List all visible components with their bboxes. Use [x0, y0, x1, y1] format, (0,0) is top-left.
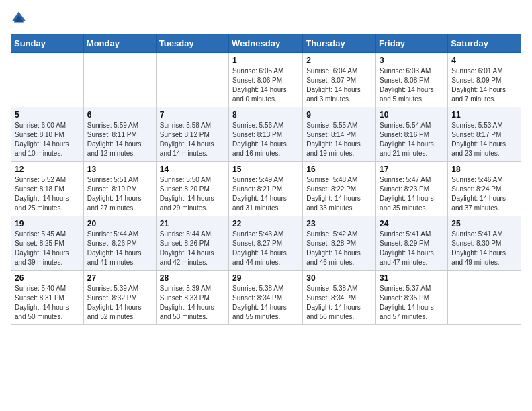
day-info: Sunrise: 5:47 AMSunset: 8:23 PMDaylight:… — [380, 175, 444, 213]
calendar-cell: 30Sunrise: 5:38 AMSunset: 8:34 PMDayligh… — [303, 271, 376, 325]
day-number: 19 — [15, 219, 80, 228]
calendar-cell — [83, 53, 156, 107]
calendar-cell: 4Sunrise: 6:01 AMSunset: 8:09 PMDaylight… — [448, 53, 521, 107]
calendar-cell: 28Sunrise: 5:39 AMSunset: 8:33 PMDayligh… — [156, 271, 228, 325]
calendar-cell: 7Sunrise: 5:58 AMSunset: 8:12 PMDaylight… — [156, 107, 228, 162]
day-info: Sunrise: 5:52 AMSunset: 8:18 PMDaylight:… — [15, 175, 80, 213]
day-info: Sunrise: 5:37 AMSunset: 8:35 PMDaylight:… — [380, 284, 444, 322]
day-info: Sunrise: 6:04 AMSunset: 8:07 PMDaylight:… — [306, 66, 372, 104]
day-info: Sunrise: 5:53 AMSunset: 8:17 PMDaylight:… — [451, 121, 517, 158]
calendar-cell: 11Sunrise: 5:53 AMSunset: 8:17 PMDayligh… — [448, 107, 521, 162]
day-info: Sunrise: 5:59 AMSunset: 8:11 PMDaylight:… — [87, 121, 152, 158]
day-number: 12 — [15, 165, 80, 174]
calendar-cell: 10Sunrise: 5:54 AMSunset: 8:16 PMDayligh… — [376, 107, 448, 162]
day-info: Sunrise: 5:50 AMSunset: 8:20 PMDaylight:… — [160, 175, 225, 213]
day-info: Sunrise: 5:40 AMSunset: 8:31 PMDaylight:… — [15, 284, 80, 322]
calendar-cell: 5Sunrise: 6:00 AMSunset: 8:10 PMDaylight… — [11, 107, 84, 162]
calendar-cell: 8Sunrise: 5:56 AMSunset: 8:13 PMDaylight… — [229, 107, 303, 162]
day-info: Sunrise: 5:44 AMSunset: 8:26 PMDaylight:… — [160, 230, 225, 267]
day-number: 22 — [232, 219, 299, 228]
day-info: Sunrise: 5:41 AMSunset: 8:29 PMDaylight:… — [380, 230, 444, 267]
calendar-cell: 20Sunrise: 5:44 AMSunset: 8:26 PMDayligh… — [83, 216, 156, 271]
calendar-cell: 23Sunrise: 5:42 AMSunset: 8:28 PMDayligh… — [303, 216, 376, 271]
calendar-cell: 2Sunrise: 6:04 AMSunset: 8:07 PMDaylight… — [303, 53, 376, 107]
calendar-cell — [448, 271, 521, 325]
day-info: Sunrise: 5:48 AMSunset: 8:22 PMDaylight:… — [306, 175, 372, 213]
day-number: 11 — [451, 110, 517, 120]
day-info: Sunrise: 5:39 AMSunset: 8:32 PMDaylight:… — [87, 284, 152, 322]
day-number: 20 — [87, 219, 152, 228]
day-number: 29 — [232, 273, 299, 283]
day-info: Sunrise: 6:01 AMSunset: 8:09 PMDaylight:… — [451, 66, 517, 104]
calendar-week-4: 19Sunrise: 5:45 AMSunset: 8:25 PMDayligh… — [11, 216, 521, 271]
calendar-cell: 9Sunrise: 5:55 AMSunset: 8:14 PMDaylight… — [303, 107, 376, 162]
day-number: 3 — [380, 56, 444, 65]
day-info: Sunrise: 6:05 AMSunset: 8:06 PMDaylight:… — [232, 66, 299, 104]
calendar-week-2: 5Sunrise: 6:00 AMSunset: 8:10 PMDaylight… — [11, 107, 521, 162]
day-info: Sunrise: 5:54 AMSunset: 8:16 PMDaylight:… — [380, 121, 444, 158]
calendar-cell: 3Sunrise: 6:03 AMSunset: 8:08 PMDaylight… — [376, 53, 448, 107]
calendar-week-5: 26Sunrise: 5:40 AMSunset: 8:31 PMDayligh… — [11, 271, 521, 325]
calendar-cell: 15Sunrise: 5:49 AMSunset: 8:21 PMDayligh… — [229, 162, 303, 216]
calendar-cell: 13Sunrise: 5:51 AMSunset: 8:19 PMDayligh… — [83, 162, 156, 216]
day-number: 27 — [87, 273, 152, 283]
day-number: 23 — [306, 219, 372, 228]
day-info: Sunrise: 5:51 AMSunset: 8:19 PMDaylight:… — [87, 175, 152, 213]
calendar-cell: 16Sunrise: 5:48 AMSunset: 8:22 PMDayligh… — [303, 162, 376, 216]
day-number: 7 — [160, 110, 225, 120]
calendar-week-3: 12Sunrise: 5:52 AMSunset: 8:18 PMDayligh… — [11, 162, 521, 216]
calendar-cell: 24Sunrise: 5:41 AMSunset: 8:29 PMDayligh… — [376, 216, 448, 271]
day-info: Sunrise: 5:38 AMSunset: 8:34 PMDaylight:… — [232, 284, 299, 322]
calendar-cell: 29Sunrise: 5:38 AMSunset: 8:34 PMDayligh… — [229, 271, 303, 325]
calendar-header-thursday: Thursday — [303, 34, 376, 53]
day-number: 17 — [380, 165, 444, 174]
calendar-cell: 21Sunrise: 5:44 AMSunset: 8:26 PMDayligh… — [156, 216, 228, 271]
day-info: Sunrise: 5:38 AMSunset: 8:34 PMDaylight:… — [306, 284, 372, 322]
day-number: 25 — [451, 219, 517, 228]
logo-icon — [11, 11, 27, 27]
calendar-cell: 26Sunrise: 5:40 AMSunset: 8:31 PMDayligh… — [11, 271, 84, 325]
day-info: Sunrise: 5:55 AMSunset: 8:14 PMDaylight:… — [306, 121, 372, 158]
calendar-header-tuesday: Tuesday — [156, 34, 228, 53]
day-number: 28 — [160, 273, 225, 283]
day-info: Sunrise: 5:45 AMSunset: 8:25 PMDaylight:… — [15, 230, 80, 267]
day-number: 26 — [15, 273, 80, 283]
calendar-header-friday: Friday — [376, 34, 448, 53]
day-info: Sunrise: 5:39 AMSunset: 8:33 PMDaylight:… — [160, 284, 225, 322]
day-number: 14 — [160, 165, 225, 174]
day-number: 15 — [232, 165, 299, 174]
day-number: 13 — [87, 165, 152, 174]
calendar-cell: 17Sunrise: 5:47 AMSunset: 8:23 PMDayligh… — [376, 162, 448, 216]
day-number: 16 — [306, 165, 372, 174]
calendar-header-saturday: Saturday — [448, 34, 521, 53]
calendar-header-monday: Monday — [83, 34, 156, 53]
calendar-cell: 31Sunrise: 5:37 AMSunset: 8:35 PMDayligh… — [376, 271, 448, 325]
day-info: Sunrise: 5:43 AMSunset: 8:27 PMDaylight:… — [232, 230, 299, 267]
day-info: Sunrise: 5:56 AMSunset: 8:13 PMDaylight:… — [232, 121, 299, 158]
calendar-cell: 14Sunrise: 5:50 AMSunset: 8:20 PMDayligh… — [156, 162, 228, 216]
calendar-cell — [11, 53, 84, 107]
calendar-cell: 18Sunrise: 5:46 AMSunset: 8:24 PMDayligh… — [448, 162, 521, 216]
day-number: 6 — [87, 110, 152, 120]
day-number: 9 — [306, 110, 372, 120]
logo — [11, 11, 30, 27]
calendar-header-sunday: Sunday — [11, 34, 84, 53]
calendar-cell: 19Sunrise: 5:45 AMSunset: 8:25 PMDayligh… — [11, 216, 84, 271]
calendar-table: SundayMondayTuesdayWednesdayThursdayFrid… — [11, 34, 521, 325]
day-info: Sunrise: 6:03 AMSunset: 8:08 PMDaylight:… — [380, 66, 444, 104]
day-number: 21 — [160, 219, 225, 228]
day-number: 30 — [306, 273, 372, 283]
day-info: Sunrise: 5:42 AMSunset: 8:28 PMDaylight:… — [306, 230, 372, 267]
day-number: 31 — [380, 273, 444, 283]
calendar-cell: 12Sunrise: 5:52 AMSunset: 8:18 PMDayligh… — [11, 162, 84, 216]
day-number: 1 — [232, 56, 299, 65]
calendar-cell: 25Sunrise: 5:41 AMSunset: 8:30 PMDayligh… — [448, 216, 521, 271]
calendar-cell: 1Sunrise: 6:05 AMSunset: 8:06 PMDaylight… — [229, 53, 303, 107]
calendar-header-wednesday: Wednesday — [229, 34, 303, 53]
calendar-cell: 27Sunrise: 5:39 AMSunset: 8:32 PMDayligh… — [83, 271, 156, 325]
day-info: Sunrise: 6:00 AMSunset: 8:10 PMDaylight:… — [15, 121, 80, 158]
calendar-week-1: 1Sunrise: 6:05 AMSunset: 8:06 PMDaylight… — [11, 53, 521, 107]
day-number: 8 — [232, 110, 299, 120]
day-info: Sunrise: 5:46 AMSunset: 8:24 PMDaylight:… — [451, 175, 517, 213]
day-number: 5 — [15, 110, 80, 120]
